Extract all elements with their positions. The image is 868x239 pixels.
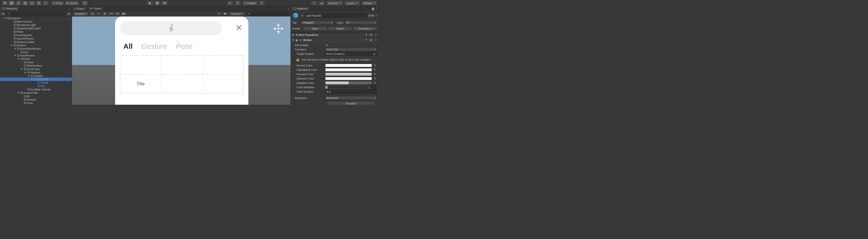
publish-dropdown[interactable]: ▼ xyxy=(258,0,265,6)
help-icon[interactable]: ? xyxy=(364,38,368,42)
hierarchy-item-icon[interactable]: icon xyxy=(0,51,72,54)
lighting-toggle[interactable]: ☀ xyxy=(96,12,101,16)
scene-search[interactable] xyxy=(246,12,289,16)
hierarchy-search[interactable] xyxy=(6,12,66,16)
hidden-toggle[interactable]: ⊘0 xyxy=(115,12,120,16)
hierarchy-item-close[interactable]: Close xyxy=(0,61,72,64)
hierarchy-item-zepetoplayers[interactable]: ZepetoPlayers xyxy=(0,37,72,40)
component-foldout[interactable]: ▼ xyxy=(292,39,294,41)
hierarchy-filter-icon[interactable]: ◉ xyxy=(67,12,71,16)
eyedropper-icon[interactable]: ✎ xyxy=(373,81,377,85)
hierarchy-item-gestureloader[interactable]: GestureLoader xyxy=(0,40,72,43)
step-button[interactable] xyxy=(161,0,168,6)
prefab-open-button[interactable]: Open xyxy=(303,26,327,31)
hierarchy-item-all[interactable]: All xyxy=(0,94,72,98)
hierarchy-item-viewport[interactable]: ▼Viewport xyxy=(0,71,72,74)
hierarchy-item-prethumb[interactable]: ▼preThumb› xyxy=(0,78,72,81)
hierarchy-item-eventsystem[interactable]: EventSystem xyxy=(0,33,72,37)
hierarchy-item-panelopenbutton[interactable]: ▼PanelOpenButton xyxy=(0,47,72,51)
visualize-button[interactable]: Visualize xyxy=(327,101,375,105)
disabled-color-field[interactable] xyxy=(325,81,372,85)
pivot-toggle[interactable]: ⊙Pivot xyxy=(51,0,64,6)
selected-color-field[interactable] xyxy=(325,77,372,80)
scene-root[interactable]: ▼ Gesture* ⋮ xyxy=(0,17,72,20)
eyedropper-icon[interactable]: ✎ xyxy=(373,77,377,81)
eyedropper-icon[interactable]: ✎ xyxy=(373,68,377,72)
scale-tool[interactable] xyxy=(22,0,29,6)
pause-button[interactable] xyxy=(154,0,161,6)
transition-dropdown[interactable]: Color Tint▾ xyxy=(325,48,377,51)
component-enabled-checkbox[interactable]: ✓ xyxy=(299,38,303,42)
panel-menu-icon[interactable]: ⋮ xyxy=(68,7,72,11)
component-foldout[interactable]: ▶ xyxy=(292,34,294,36)
tools-icon[interactable]: ✕ xyxy=(217,12,221,16)
settings-icon-btn[interactable]: ✧ xyxy=(311,0,317,6)
eyedropper-icon[interactable]: ✎ xyxy=(373,72,377,76)
gameobject-active-checkbox[interactable]: ✓ xyxy=(301,14,304,17)
hierarchy-item-panelparent[interactable]: ▼PanelParent xyxy=(0,54,72,57)
target-graphic-field[interactable]: None (Graphic)◎ xyxy=(325,52,377,56)
object-picker-icon[interactable]: ◎ xyxy=(373,52,376,56)
hierarchy-item-content[interactable]: ▼Content xyxy=(0,74,72,78)
custom-tool[interactable] xyxy=(42,0,49,6)
inspector-tab[interactable]: ⓘInspector xyxy=(291,6,310,11)
hierarchy-item-scroll-view[interactable]: ▼Scroll View xyxy=(0,67,72,71)
layer-dropdown[interactable]: UI▾ xyxy=(345,21,377,25)
scene-gizmo[interactable] xyxy=(271,21,286,36)
hierarchy-tab[interactable]: ☷Hierarchy xyxy=(0,6,20,11)
prefab-select-button[interactable]: Select xyxy=(328,26,352,31)
account-dropdown[interactable]: Account▼ xyxy=(326,0,344,6)
global-toggle[interactable]: ⊕Global xyxy=(64,0,80,6)
grid-icon-btn[interactable]: ☰ xyxy=(234,0,241,6)
world-icon-btn[interactable]: ✦ xyxy=(226,0,234,6)
tag-dropdown[interactable]: Untagged▾ xyxy=(301,21,334,25)
interactable-checkbox[interactable]: ✓ xyxy=(325,43,329,47)
component-menu-icon[interactable]: ⋮ xyxy=(374,33,378,37)
create-dropdown[interactable]: +▾ xyxy=(1,12,5,16)
hierarchy-item-gesturetitle[interactable]: ▼GestureTitle xyxy=(0,91,72,94)
shading-mode[interactable]: Shaded▾ xyxy=(73,12,88,16)
cloud-button[interactable]: ☁ xyxy=(318,0,325,6)
rotate-tool[interactable] xyxy=(15,0,22,6)
fx-toggle[interactable]: ✦▾ xyxy=(109,12,114,16)
hierarchy-item-gesture[interactable]: Gesture xyxy=(0,98,72,101)
snap-toggle[interactable] xyxy=(82,0,88,6)
hierarchy-item-zepetoscriptcontext[interactable]: ZepetoScriptContext xyxy=(0,27,72,30)
navigation-dropdown[interactable]: Automatic▾ xyxy=(325,96,377,100)
audio-toggle[interactable]: 🔊 xyxy=(102,12,107,16)
gizmos-dropdown[interactable]: Gizmos▾ xyxy=(229,12,245,16)
pressed-color-field[interactable] xyxy=(325,72,372,76)
hierarchy-item-plane[interactable]: Plane xyxy=(0,30,72,33)
game-tab[interactable]: 🎮Game xyxy=(87,6,104,11)
publish-button[interactable]: ↥Publish xyxy=(242,0,258,6)
play-button[interactable] xyxy=(146,0,154,6)
color-multiplier-value[interactable] xyxy=(367,85,377,89)
hand-tool[interactable] xyxy=(1,0,8,6)
scene-viewport[interactable]: ✕ All Gesture Pose Title xyxy=(72,17,290,105)
hierarchy-item-scrollbar-vertical[interactable]: Scrollbar Vertical xyxy=(0,88,72,91)
lock-icon[interactable]: 🔒 xyxy=(371,7,375,11)
component-menu-icon[interactable]: ⋮ xyxy=(374,38,378,42)
move-tool[interactable] xyxy=(8,0,15,6)
hierarchy-item-pose[interactable]: Pose xyxy=(0,101,72,105)
color-multiplier-slider[interactable] xyxy=(325,87,366,88)
help-icon[interactable]: ? xyxy=(364,33,368,37)
hierarchy-item-text[interactable]: Text xyxy=(0,84,72,88)
2d-toggle[interactable]: 2D xyxy=(90,12,95,16)
panel-menu-icon[interactable]: ⋮ xyxy=(375,7,379,11)
preset-icon[interactable]: ⇄ xyxy=(369,38,373,42)
scene-tab[interactable]: #Scene xyxy=(72,7,87,11)
hierarchy-item-directional-light[interactable]: Directional Light xyxy=(0,23,72,27)
fade-duration-field[interactable] xyxy=(325,89,377,94)
transform-tool[interactable] xyxy=(35,0,42,6)
layers-dropdown[interactable]: Layers▼ xyxy=(344,0,360,6)
hierarchy-item-main-camera[interactable]: Main Camera xyxy=(0,20,72,23)
preset-icon[interactable]: ⇄ xyxy=(369,33,373,37)
hierarchy-item-panel[interactable]: ▼Panel xyxy=(0,57,72,61)
hierarchy-item-thumb[interactable]: Thumb xyxy=(0,81,72,84)
scene-menu-icon[interactable]: ⋮ xyxy=(68,17,72,20)
panel-menu-icon[interactable]: ⋮ xyxy=(287,7,290,11)
rect-tool[interactable] xyxy=(29,0,35,6)
layout-dropdown[interactable]: Default▼ xyxy=(361,0,377,6)
grid-toggle[interactable]: ▦▾ xyxy=(121,12,126,16)
